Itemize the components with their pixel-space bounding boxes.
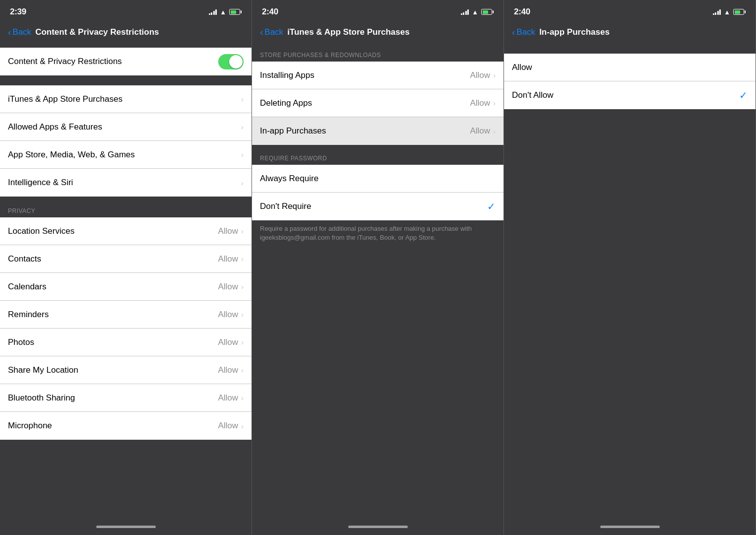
wifi-icon-2: ▲ [472, 8, 478, 16]
toggle-card: Content & Privacy Restrictions [0, 48, 252, 75]
battery-icon-1 [229, 9, 242, 15]
panel-inapp-purchases: 2:40 ▲ ‹ Back In-app Purchases Allow [504, 0, 756, 535]
inapp-options-card: Allow Don't Allow ✓ [504, 54, 756, 109]
contacts-value: Allow [218, 254, 238, 264]
calendars-row[interactable]: Calendars Allow › [0, 273, 252, 301]
home-indicator-3 [504, 518, 756, 535]
signal-icon-1 [209, 9, 217, 15]
app-store-media-row[interactable]: App Store, Media, Web, & Games › [0, 141, 252, 169]
back-label-1: Back [12, 27, 31, 37]
contacts-right: Allow › [218, 254, 244, 264]
share-location-chevron-icon: › [241, 366, 244, 374]
status-icons-1: ▲ [209, 8, 242, 16]
photos-right: Allow › [218, 337, 244, 347]
microphone-chevron-icon: › [241, 422, 244, 430]
back-label-3: Back [516, 27, 535, 37]
microphone-row[interactable]: Microphone Allow › [0, 412, 252, 440]
back-label-2: Back [264, 27, 283, 37]
dont-require-checkmark-icon: ✓ [487, 201, 496, 212]
inapp-purchases-right: Allow › [470, 126, 496, 136]
reminders-value: Allow [218, 310, 238, 320]
allowed-apps-row[interactable]: Allowed Apps & Features › [0, 113, 252, 141]
allow-label: Allow [512, 63, 532, 72]
contacts-row[interactable]: Contacts Allow › [0, 245, 252, 273]
battery-icon-3 [733, 9, 746, 15]
reminders-right: Allow › [218, 310, 244, 320]
back-chevron-icon-2: ‹ [260, 27, 263, 37]
status-bar-3: 2:40 ▲ [504, 0, 756, 22]
bluetooth-sharing-right: Allow › [218, 393, 244, 403]
installing-apps-label: Installing Apps [260, 70, 315, 80]
calendars-chevron-icon: › [241, 282, 244, 291]
status-time-2: 2:40 [262, 7, 278, 17]
nav-title-3: In-app Purchases [539, 27, 748, 37]
location-services-right: Allow › [218, 226, 244, 236]
allow-row[interactable]: Allow [504, 54, 756, 81]
privacy-restrictions-label: Content & Privacy Restrictions [8, 57, 122, 67]
always-require-row[interactable]: Always Require [252, 165, 504, 193]
main-menu-card: iTunes & App Store Purchases › Allowed A… [0, 85, 252, 197]
location-services-chevron-icon: › [241, 227, 244, 235]
deleting-apps-row[interactable]: Deleting Apps Allow › [252, 89, 504, 117]
home-bar-1 [96, 526, 156, 528]
calendars-right: Allow › [218, 282, 244, 292]
reminders-label: Reminders [8, 310, 49, 320]
dont-allow-row[interactable]: Don't Allow ✓ [504, 81, 756, 109]
signal-icon-3 [713, 9, 721, 15]
inapp-purchases-row[interactable]: In-app Purchases Allow › [252, 117, 504, 145]
photos-label: Photos [8, 337, 34, 347]
home-bar-3 [600, 526, 660, 528]
back-button-1[interactable]: ‹ Back [8, 27, 31, 37]
privacy-restrictions-toggle-row[interactable]: Content & Privacy Restrictions [0, 48, 252, 75]
content-3: Allow Don't Allow ✓ [504, 44, 756, 518]
microphone-value: Allow [218, 421, 238, 431]
bluetooth-sharing-label: Bluetooth Sharing [8, 393, 75, 403]
panel-content-privacy: 2:39 ▲ ‹ Back Content & Privacy Restrict… [0, 0, 252, 535]
deleting-apps-value: Allow [470, 98, 490, 108]
bluetooth-sharing-value: Allow [218, 393, 238, 403]
bluetooth-sharing-row[interactable]: Bluetooth Sharing Allow › [0, 384, 252, 412]
panel-itunes-purchases: 2:40 ▲ ‹ Back iTunes & App Store Purchas… [252, 0, 504, 535]
status-time-3: 2:40 [514, 7, 530, 17]
nav-bar-2: ‹ Back iTunes & App Store Purchases [252, 22, 504, 44]
intelligence-siri-row[interactable]: Intelligence & Siri › [0, 169, 252, 197]
deleting-apps-chevron-icon: › [493, 99, 496, 107]
wifi-icon-1: ▲ [220, 8, 226, 16]
inapp-purchases-chevron-icon: › [493, 127, 496, 135]
share-location-right: Allow › [218, 365, 244, 375]
password-items-card: Always Require Don't Require ✓ [252, 165, 504, 220]
store-purchases-header: STORE PURCHASES & REDOWNLOADS [252, 44, 504, 62]
location-services-row[interactable]: Location Services Allow › [0, 217, 252, 245]
inapp-purchases-value: Allow [470, 126, 490, 136]
dont-allow-checkmark-icon: ✓ [739, 89, 748, 101]
bluetooth-sharing-chevron-icon: › [241, 394, 244, 402]
calendars-label: Calendars [8, 282, 47, 292]
contacts-chevron-icon: › [241, 255, 244, 263]
installing-apps-row[interactable]: Installing Apps Allow › [252, 62, 504, 89]
content-2: STORE PURCHASES & REDOWNLOADS Installing… [252, 44, 504, 518]
photos-row[interactable]: Photos Allow › [0, 329, 252, 356]
inapp-purchases-label: In-app Purchases [260, 126, 326, 136]
allowed-apps-chevron-icon: › [241, 123, 244, 131]
reminders-chevron-icon: › [241, 310, 244, 319]
dont-allow-label: Don't Allow [512, 90, 554, 100]
location-services-value: Allow [218, 226, 238, 236]
nav-title-1: Content & Privacy Restrictions [35, 27, 244, 37]
dont-require-row[interactable]: Don't Require ✓ [252, 193, 504, 220]
back-button-2[interactable]: ‹ Back [260, 27, 283, 37]
back-button-3[interactable]: ‹ Back [512, 27, 535, 37]
nav-bar-3: ‹ Back In-app Purchases [504, 22, 756, 44]
share-location-row[interactable]: Share My Location Allow › [0, 356, 252, 384]
calendars-value: Allow [218, 282, 238, 292]
reminders-row[interactable]: Reminders Allow › [0, 301, 252, 329]
allowed-apps-label: Allowed Apps & Features [8, 122, 102, 132]
deleting-apps-right: Allow › [470, 98, 496, 108]
itunes-app-store-row[interactable]: iTunes & App Store Purchases › [0, 85, 252, 113]
itunes-app-store-label: iTunes & App Store Purchases [8, 94, 123, 104]
photos-chevron-icon: › [241, 338, 244, 346]
microphone-label: Microphone [8, 421, 52, 431]
privacy-restrictions-toggle[interactable] [218, 54, 244, 69]
wifi-icon-3: ▲ [724, 8, 730, 16]
password-description: Require a password for additional purcha… [252, 220, 504, 250]
home-indicator-1 [0, 518, 252, 535]
